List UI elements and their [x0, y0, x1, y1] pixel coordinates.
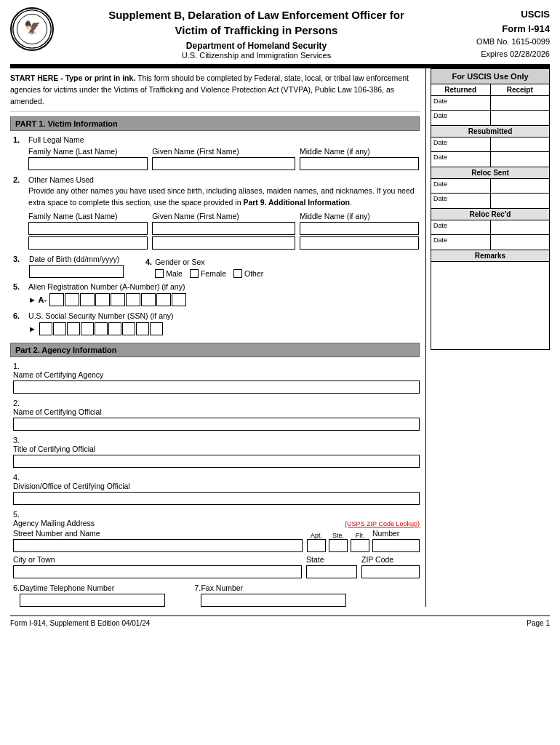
gender-female-checkbox[interactable]	[190, 269, 199, 278]
p2-q2-input[interactable]	[13, 418, 420, 431]
number-input[interactable]	[372, 539, 420, 552]
a-number-row: ► A-	[28, 293, 419, 306]
p2-q5-label: Agency Mailing Address	[13, 519, 95, 527]
street-field: Street Number and Name	[13, 529, 303, 552]
part2-header: Part 2. Agency Information	[10, 343, 420, 357]
q4-label: Gender or Sex	[155, 258, 263, 266]
remarks-area	[431, 262, 549, 349]
ssn-cell-2[interactable]	[53, 322, 66, 335]
p2-q5-content: Agency Mailing Address (USPS ZIP Code Lo…	[13, 519, 420, 578]
q1-family-input[interactable]	[28, 157, 148, 170]
q2-middle-input-1[interactable]	[300, 222, 419, 235]
ssn-cell-7[interactable]	[122, 322, 135, 335]
p2-q3-input[interactable]	[13, 455, 420, 468]
receipt-header: Receipt	[491, 84, 550, 96]
a-cell-7[interactable]	[141, 293, 156, 306]
p2-q5-number: 5.	[13, 510, 20, 519]
p2-q2-row: 2. Name of Certifying Official	[10, 399, 420, 431]
q2-description: Provide any other names you have used si…	[28, 186, 419, 209]
q1-family-field: Family Name (Last Name)	[28, 147, 148, 170]
p2-q1-input[interactable]	[13, 381, 420, 394]
reloc-recd-date-2: Date	[431, 235, 490, 250]
resub-date-2: Date	[431, 152, 490, 167]
zip-field: ZIP Code	[361, 555, 420, 578]
q2-given-input-2[interactable]	[152, 236, 295, 250]
q2-given-input-1[interactable]	[152, 222, 295, 235]
reloc-recd-col1: Date Date	[431, 220, 491, 250]
ssn-cell-8[interactable]	[136, 322, 149, 335]
state-input[interactable]	[306, 565, 357, 578]
gender-male-checkbox[interactable]	[155, 269, 164, 278]
ssn-cell-6[interactable]	[108, 322, 121, 335]
a-cell-2[interactable]	[65, 293, 79, 306]
uscis-box-header: For USCIS Use Only	[431, 69, 549, 84]
form-title-line1: Supplement B, Delaration of Law Enforcem…	[65, 7, 448, 23]
resub-col2	[491, 138, 550, 167]
city-input[interactable]	[13, 565, 302, 578]
address-header: Agency Mailing Address (USPS ZIP Code Lo…	[13, 519, 420, 529]
phone-section: 6. Daytime Telephone Number	[13, 583, 165, 607]
zip-input[interactable]	[361, 565, 420, 578]
phone-label: Daytime Telephone Number	[20, 583, 165, 592]
gender-male-option[interactable]: Male	[155, 269, 183, 278]
a-cell-3[interactable]	[80, 293, 95, 306]
p2-q3-number: 3.	[13, 436, 20, 445]
usps-link[interactable]: (USPS ZIP Code Lookup)	[345, 520, 420, 527]
gender-female-label: Female	[201, 269, 226, 278]
q2-middle-field: Middle Name (if any)	[300, 212, 419, 250]
ssn-cell-5[interactable]	[95, 322, 108, 335]
page-header: 🦅 Supplement B, Delaration of Law Enforc…	[10, 7, 550, 60]
flr-input[interactable]	[351, 539, 369, 552]
q5-row: 5. Alien Registration Number (A-Number) …	[10, 282, 420, 306]
a-cell-6[interactable]	[126, 293, 140, 306]
ste-input[interactable]	[329, 539, 348, 552]
city-field: City or Town	[13, 555, 302, 578]
ssn-cell-1[interactable]	[39, 322, 52, 335]
q1-middle-input[interactable]	[300, 157, 419, 170]
gender-female-option[interactable]: Female	[190, 269, 226, 278]
reloc-recd-label: Reloc Rec'd	[431, 208, 549, 220]
gender-other-option[interactable]: Other	[233, 269, 263, 278]
p2-q2-label: Name of Certifying Official	[13, 407, 420, 416]
state-field: State	[306, 555, 357, 578]
agency-name: U.S. Citizenship and Immigration Service…	[65, 51, 448, 60]
phone-inner: Daytime Telephone Number	[20, 583, 165, 607]
q2-family-input-1[interactable]	[28, 222, 148, 235]
q6-label: U.S. Social Security Number (SSN) (if an…	[28, 311, 419, 320]
reloc-sent-date-3	[491, 179, 550, 194]
q3-q4-row: 3. Date of Birth (dd/mm/yyyy) 4. Gender …	[10, 255, 420, 278]
a-cell-8[interactable]	[156, 293, 171, 306]
expiration: Expires 02/28/2026	[455, 48, 550, 60]
q2-family-input-2[interactable]	[28, 236, 148, 250]
p2-q1-number: 1.	[13, 362, 20, 370]
dept-name: Department of Homeland Security	[65, 41, 448, 51]
header-title-block: Supplement B, Delaration of Law Enforcem…	[57, 7, 455, 60]
flr-group: Flr.	[351, 532, 369, 552]
p2-q4-label: Division/Office of Certifying Official	[13, 482, 420, 490]
q3-dob-input[interactable]	[29, 265, 124, 278]
q5-content: Alien Registration Number (A-Number) (if…	[28, 282, 419, 306]
ssn-cell-3[interactable]	[67, 322, 80, 335]
street-input[interactable]	[13, 539, 303, 552]
resubmitted-section: Date Date	[431, 138, 549, 167]
receipt-date-1	[491, 96, 550, 111]
footer-left: Form I-914, Supplement B Edition 04/01/2…	[10, 619, 150, 627]
q2-middle-input-2[interactable]	[300, 236, 419, 250]
a-cell-4[interactable]	[95, 293, 110, 306]
q1-given-input[interactable]	[152, 157, 295, 170]
gender-other-checkbox[interactable]	[233, 269, 242, 278]
apt-input[interactable]	[307, 539, 326, 552]
p2-q4-input[interactable]	[13, 492, 420, 505]
phone-input[interactable]	[20, 594, 165, 607]
a-cell-9[interactable]	[172, 293, 186, 306]
a-cell-1[interactable]	[49, 293, 64, 306]
ssn-prefix: ►	[28, 324, 36, 333]
reloc-recd-section: Date Date	[431, 220, 549, 250]
ssn-cell-4[interactable]	[81, 322, 94, 335]
p2-q1-row: 1. Name of Certifying Agency	[10, 362, 420, 394]
a-cell-5[interactable]	[111, 293, 125, 306]
fax-input[interactable]	[201, 594, 346, 607]
q2-family-label: Family Name (Last Name)	[28, 212, 148, 220]
ssn-cell-9[interactable]	[150, 322, 163, 335]
gender-male-label: Male	[166, 269, 183, 278]
